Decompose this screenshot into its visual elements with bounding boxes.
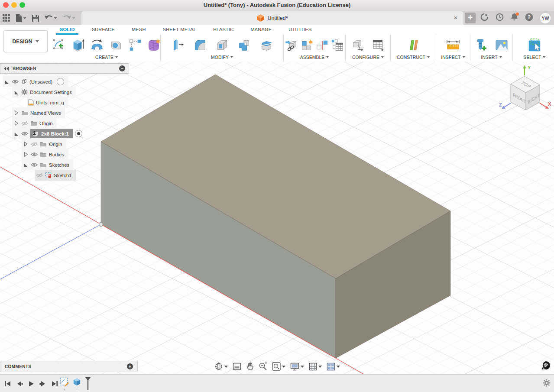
- timeline-step-forward-button[interactable]: [39, 379, 47, 388]
- fillet-button[interactable]: [192, 36, 208, 54]
- save-button[interactable]: [31, 14, 40, 23]
- group-label-create[interactable]: CREATE: [95, 55, 118, 60]
- insert-canvas-button[interactable]: [493, 36, 510, 54]
- app-grid-icon[interactable]: [2, 13, 11, 23]
- expand-arrow-icon[interactable]: [13, 131, 19, 136]
- expand-arrow-icon[interactable]: [13, 89, 19, 95]
- visibility-eye-icon[interactable]: [31, 162, 38, 167]
- tab-surface[interactable]: SURFACE: [91, 26, 116, 34]
- new-component-button[interactable]: [284, 36, 299, 54]
- visibility-eye-off-icon[interactable]: [36, 173, 43, 178]
- visibility-eye-off-icon[interactable]: [21, 121, 28, 126]
- create-sketch-button[interactable]: [51, 36, 67, 54]
- timeline-step-back-button[interactable]: [15, 379, 24, 388]
- feedback-bubble[interactable]: [541, 361, 551, 372]
- orbit-button[interactable]: [214, 362, 228, 371]
- browser-minimize-button[interactable]: –: [119, 65, 125, 71]
- file-menu-button[interactable]: [15, 13, 27, 23]
- collapsed-arrow-icon[interactable]: [13, 120, 19, 126]
- origin-point[interactable]: [99, 223, 103, 227]
- job-status-clock-icon[interactable]: [496, 13, 504, 23]
- collapsed-arrow-icon[interactable]: [23, 152, 29, 157]
- pattern-button[interactable]: [127, 36, 143, 54]
- split-body-button[interactable]: [258, 36, 275, 54]
- timeline-sketch-feature[interactable]: [60, 377, 69, 388]
- timeline-playhead[interactable]: [85, 377, 91, 392]
- browser-row-component[interactable]: 2x8 Block:1: [12, 129, 82, 138]
- tab-solid[interactable]: SOLID: [59, 26, 76, 34]
- visibility-eye-off-icon[interactable]: [31, 142, 38, 147]
- grid-settings-button[interactable]: [309, 363, 322, 371]
- shell-button[interactable]: [214, 36, 230, 54]
- tab-utilities[interactable]: UTILITIES: [288, 26, 312, 34]
- redo-button[interactable]: [62, 14, 76, 22]
- browser-row-sketches[interactable]: Sketches: [22, 160, 73, 169]
- document-tab[interactable]: Untitled* ×: [81, 11, 463, 25]
- configuration-table-button[interactable]: [370, 36, 386, 54]
- visibility-eye-icon[interactable]: [12, 79, 19, 84]
- account-avatar[interactable]: YW: [540, 13, 551, 23]
- press-pull-button[interactable]: [170, 36, 186, 54]
- new-tab-button[interactable]: +: [465, 13, 476, 23]
- notifications-bell-icon[interactable]: [511, 13, 518, 23]
- joint-button[interactable]: [300, 36, 314, 54]
- activate-component-radio[interactable]: [75, 130, 82, 137]
- group-label-construct[interactable]: CONSTRUCT: [397, 55, 430, 60]
- construct-plane-button[interactable]: [405, 36, 421, 54]
- view-cube[interactable]: Y Z X TOP FRONT RIGHT: [499, 64, 551, 114]
- browser-row-named-views[interactable]: Named Views: [12, 108, 65, 117]
- as-built-joint-button[interactable]: [315, 36, 329, 54]
- measure-button[interactable]: [445, 36, 461, 54]
- hole-button[interactable]: [108, 36, 124, 54]
- pan-button[interactable]: [246, 362, 254, 371]
- viewport[interactable]: Y Z X TOP FRONT RIGHT BROWSER –: [0, 62, 554, 374]
- collapsed-arrow-icon[interactable]: [23, 141, 29, 147]
- collapsed-arrow-icon[interactable]: [13, 110, 19, 116]
- help-icon[interactable]: ?: [525, 13, 533, 23]
- combine-button[interactable]: [236, 36, 253, 54]
- group-label-inspect[interactable]: INSPECT: [441, 55, 465, 60]
- close-tab-icon[interactable]: ×: [452, 14, 459, 21]
- timeline-skip-end-button[interactable]: [50, 379, 59, 388]
- undo-button[interactable]: [44, 14, 58, 22]
- extensions-icon[interactable]: [480, 13, 489, 23]
- group-label-configure[interactable]: CONFIGURE: [352, 55, 384, 60]
- fit-button[interactable]: [272, 362, 285, 371]
- selected-component-segment[interactable]: 2x8 Block:1: [30, 129, 73, 138]
- group-label-select[interactable]: SELECT: [524, 55, 546, 60]
- group-label-modify[interactable]: MODIFY: [211, 55, 233, 60]
- expand-arrow-icon[interactable]: [23, 162, 29, 168]
- browser-row-sketch1[interactable]: Sketch1: [35, 171, 76, 180]
- tab-mesh[interactable]: MESH: [131, 26, 147, 34]
- bom-table-button[interactable]: [330, 36, 345, 54]
- display-settings-button[interactable]: [290, 363, 304, 371]
- select-button[interactable]: [526, 36, 543, 54]
- browser-row-document-settings[interactable]: Document Settings: [12, 87, 76, 97]
- tab-sheet-metal[interactable]: SHEET METAL: [162, 26, 198, 34]
- browser-row-bodies[interactable]: Bodies: [22, 150, 68, 159]
- look-at-button[interactable]: [233, 363, 241, 370]
- activate-radio-empty[interactable]: [57, 78, 64, 85]
- timeline-play-button[interactable]: [27, 379, 36, 388]
- visibility-eye-icon[interactable]: [21, 131, 28, 136]
- tab-plastic[interactable]: PLASTIC: [212, 26, 234, 34]
- timeline-settings-gear-icon[interactable]: [543, 379, 551, 389]
- group-label-insert[interactable]: INSERT: [481, 55, 502, 60]
- revolve-button[interactable]: [89, 36, 105, 54]
- browser-row-component-origin[interactable]: Origin: [22, 139, 66, 149]
- group-label-assemble[interactable]: ASSEMBLE: [300, 55, 329, 60]
- workspace-selector[interactable]: DESIGN: [3, 30, 48, 52]
- browser-row-document[interactable]: (Unsaved): [3, 77, 68, 86]
- browser-row-units[interactable]: Units: mm, g: [27, 98, 68, 107]
- comments-panel[interactable]: COMMENTS +: [0, 361, 138, 372]
- timeline-skip-start-button[interactable]: [3, 379, 12, 388]
- visibility-eye-icon[interactable]: [31, 152, 38, 157]
- zoom-button[interactable]: [259, 362, 267, 371]
- viewports-button[interactable]: [327, 363, 340, 371]
- insert-fastener-button[interactable]: [473, 36, 490, 54]
- add-comment-button[interactable]: +: [127, 363, 133, 369]
- create-form-button[interactable]: [146, 36, 162, 54]
- configure-button[interactable]: [350, 36, 366, 54]
- tab-manage[interactable]: MANAGE: [249, 26, 272, 34]
- collapse-panel-icon[interactable]: [4, 67, 9, 71]
